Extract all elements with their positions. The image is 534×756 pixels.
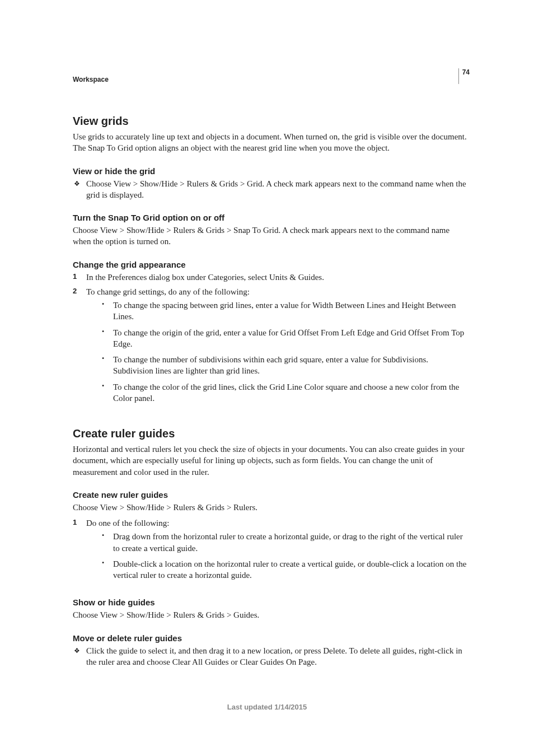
list-item-text: To change the color of the grid lines, c… xyxy=(113,381,470,404)
list-item: ❖ Choose View > Show/Hide > Rulers & Gri… xyxy=(73,178,470,201)
list-item-text: Click the guide to select it, and then d… xyxy=(86,645,470,668)
list-item-text: Drag down from the horizontal ruler to c… xyxy=(113,531,470,554)
list-item-text: Choose View > Show/Hide > Rulers & Grids… xyxy=(86,178,470,201)
bullet-icon: • xyxy=(102,381,107,404)
bullet-icon: • xyxy=(102,354,107,377)
bullet-list: •To change the spacing between grid line… xyxy=(102,300,470,404)
list-item: •To change the spacing between grid line… xyxy=(102,300,470,323)
list-item: ❖ Click the guide to select it, and then… xyxy=(73,645,470,668)
subheading-snap-to-grid: Turn the Snap To Grid option on or off xyxy=(73,213,470,222)
list-item: 2 To change grid settings, do any of the… xyxy=(73,286,470,408)
list-item: •Double-click a location on the horizont… xyxy=(102,558,470,581)
list-item: •To change the origin of the grid, enter… xyxy=(102,327,470,350)
bullet-list: •Drag down from the horizontal ruler to … xyxy=(102,531,470,581)
subheading-show-hide-guides: Show or hide guides xyxy=(73,598,470,607)
paragraph: Choose View > Show/Hide > Rulers & Grids… xyxy=(73,502,470,513)
diamond-bullet-icon: ❖ xyxy=(73,645,81,668)
step-number: 2 xyxy=(73,286,81,408)
list-item: 1 In the Preferences dialog box under Ca… xyxy=(73,272,470,283)
subheading-change-grid-appearance: Change the grid appearance xyxy=(73,260,470,269)
paragraph: Choose View > Show/Hide > Rulers & Grids… xyxy=(73,225,470,248)
paragraph: Choose View > Show/Hide > Rulers & Grids… xyxy=(73,609,470,620)
list-item-text: To change grid settings, do any of the f… xyxy=(86,287,250,296)
list-item-text: Do one of the following: xyxy=(86,519,169,528)
list-item-text: To change the number of subdivisions wit… xyxy=(113,354,470,377)
paragraph: Horizontal and vertical rulers let you c… xyxy=(73,444,470,478)
list-item-text: To change the spacing between grid lines… xyxy=(113,300,470,323)
heading-create-ruler-guides: Create ruler guides xyxy=(73,427,470,440)
list-item-text: To change the origin of the grid, enter … xyxy=(113,327,470,350)
list-item: 1 Do one of the following: •Drag down fr… xyxy=(73,517,470,585)
bullet-icon: • xyxy=(102,327,107,350)
ordered-list: 1 Do one of the following: •Drag down fr… xyxy=(73,517,470,585)
list-item: •To change the number of subdivisions wi… xyxy=(102,354,470,377)
step-number: 1 xyxy=(73,517,81,585)
list-item-text: In the Preferences dialog box under Cate… xyxy=(86,272,324,283)
list-item-text: Double-click a location on the horizonta… xyxy=(113,558,470,581)
list-item: •To change the color of the grid lines, … xyxy=(102,381,470,404)
bullet-icon: • xyxy=(102,531,107,554)
subheading-move-delete-ruler-guides: Move or delete ruler guides xyxy=(73,633,470,643)
header-breadcrumb: Workspace xyxy=(73,76,470,83)
step-number: 1 xyxy=(73,272,81,283)
ordered-list: 1 In the Preferences dialog box under Ca… xyxy=(73,272,470,409)
heading-view-grids: View grids xyxy=(73,115,470,128)
footer-last-updated: Last updated 1/14/2015 xyxy=(0,703,534,711)
diamond-bullet-icon: ❖ xyxy=(73,178,81,201)
bullet-icon: • xyxy=(102,300,107,323)
page-number: 74 xyxy=(458,68,470,84)
subheading-view-hide-grid: View or hide the grid xyxy=(73,166,470,176)
paragraph: Use grids to accurately line up text and… xyxy=(73,131,470,154)
list-item: •Drag down from the horizontal ruler to … xyxy=(102,531,470,554)
bullet-icon: • xyxy=(102,558,107,581)
subheading-create-new-ruler-guides: Create new ruler guides xyxy=(73,490,470,500)
